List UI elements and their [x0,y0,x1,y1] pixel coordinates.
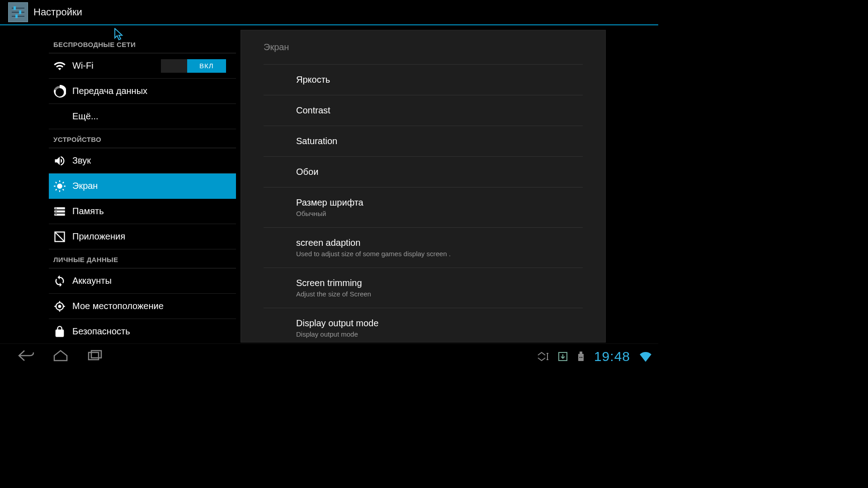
detail-item-brightness[interactable]: Яркость [264,64,583,95]
detail-item-title: Display output mode [296,318,583,328]
detail-item-wallpaper[interactable]: Обои [264,156,583,187]
sidebar-item-label: Экран [72,181,98,191]
detail-item-title: screen adaption [296,238,583,248]
clock[interactable]: 19:48 [594,349,630,364]
sidebar-item-data-usage[interactable]: Передача данных [49,79,236,104]
sidebar-item-label: Память [72,206,104,216]
detail-item-screen-trimming[interactable]: Screen trimming Adjust the size of Scree… [264,267,583,308]
sidebar-item-label: Аккаунты [72,276,112,286]
settings-icon [8,2,28,22]
sidebar-item-label: Wi-Fi [72,61,94,71]
svg-point-6 [57,183,62,189]
detail-item-sub: Adjust the size of Screen [296,290,583,298]
sidebar-item-label: Мое местоположение [72,301,164,311]
sidebar-item-display[interactable]: Экран [49,174,236,199]
svg-rect-16 [89,352,99,360]
sidebar-item-more[interactable]: Ещё... [49,104,236,129]
svg-point-12 [56,214,57,215]
download-icon[interactable] [558,352,568,361]
sidebar: БЕСПРОВОДНЫЕ СЕТИ Wi-Fi ВКЛ Передача дан… [0,25,236,343]
display-icon [53,180,66,192]
detail-item-sub: Display output mode [296,330,583,338]
svg-point-21 [580,357,580,357]
nav-right: 19:48 [537,349,658,364]
wifi-toggle[interactable]: ВКЛ [161,59,226,73]
back-button[interactable] [18,349,34,364]
detail-item-saturation[interactable]: Saturation [264,126,583,156]
data-usage-icon [53,85,66,98]
detail-panel: Экран Яркость Contrast Saturation Обои Р… [241,30,606,343]
sidebar-item-label: Ещё... [72,111,99,122]
sidebar-item-wifi[interactable]: Wi-Fi ВКЛ [49,53,236,79]
detail-item-title: Contrast [296,105,583,116]
nav-left [0,349,103,364]
sidebar-item-security[interactable]: Безопасность [49,319,236,343]
svg-rect-3 [14,6,16,10]
svg-point-11 [56,211,57,211]
svg-point-10 [56,207,57,208]
detail-item-title: Screen trimming [296,278,583,288]
content-area: БЕСПРОВОДНЫЕ СЕТИ Wi-Fi ВКЛ Передача дан… [0,25,658,343]
detail-item-display-output[interactable]: Display output mode Display output mode [264,308,583,343]
svg-rect-4 [19,10,21,14]
svg-rect-2 [12,16,24,17]
wifi-icon [53,60,66,72]
recents-button[interactable] [87,349,103,364]
detail-item-title: Размер шрифта [296,197,583,208]
wifi-status-icon[interactable] [639,351,652,362]
detail-item-title: Яркость [296,75,583,85]
toggle-knob: ВКЛ [187,59,226,73]
svg-rect-17 [91,351,101,358]
sidebar-item-label: Безопасность [72,326,130,337]
sound-icon [53,155,66,167]
detail-title: Экран [264,30,583,64]
svg-rect-1 [12,12,24,13]
detail-wrap: Экран Яркость Contrast Saturation Обои Р… [236,25,658,343]
usb-icon[interactable] [577,351,585,362]
screenshot-icon[interactable] [537,352,549,361]
sidebar-item-label: Приложения [72,231,125,242]
detail-item-screen-adaption[interactable]: screen adaption Used to adjust size of s… [264,227,583,267]
detail-item-sub: Used to adjust size of some games displa… [296,250,583,258]
sync-icon [53,275,66,287]
sidebar-item-apps[interactable]: Приложения [49,224,236,249]
home-button[interactable] [52,349,69,364]
sidebar-item-storage[interactable]: Память [49,199,236,224]
apps-icon [53,230,66,243]
sidebar-item-label: Передача данных [72,86,147,96]
sidebar-item-location[interactable]: Мое местоположение [49,294,236,319]
detail-item-title: Saturation [296,136,583,146]
sidebar-item-sound[interactable]: Звук [49,148,236,174]
svg-point-15 [59,305,61,307]
detail-item-contrast[interactable]: Contrast [264,95,583,126]
section-header-wireless: БЕСПРОВОДНЫЕ СЕТИ [49,34,236,53]
section-header-personal: ЛИЧНЫЕ ДАННЫЕ [49,249,236,268]
detail-item-sub: Обычный [296,210,583,217]
detail-item-font-size[interactable]: Размер шрифта Обычный [264,187,583,227]
svg-rect-20 [580,352,582,354]
app-header: Настройки [0,0,658,25]
section-header-device: УСТРОЙСТВО [49,129,236,148]
navbar: 19:48 [0,343,658,369]
svg-rect-5 [15,14,18,18]
svg-point-22 [581,357,582,357]
sidebar-item-label: Звук [72,155,91,166]
lock-icon [53,325,66,338]
location-icon [53,300,66,313]
detail-item-title: Обои [296,167,583,177]
storage-icon [53,205,66,218]
sidebar-item-accounts[interactable]: Аккаунты [49,268,236,294]
page-title: Настройки [33,6,82,18]
svg-rect-19 [578,354,584,361]
